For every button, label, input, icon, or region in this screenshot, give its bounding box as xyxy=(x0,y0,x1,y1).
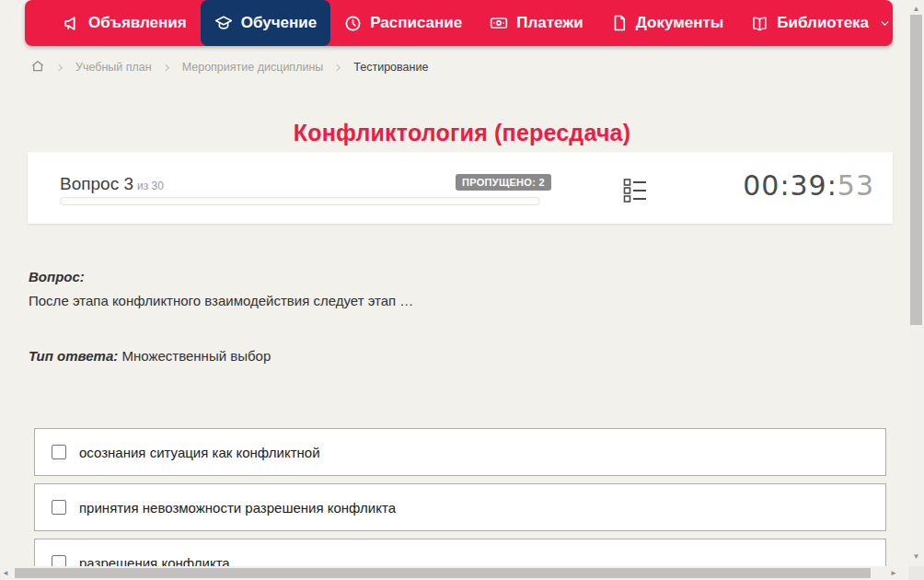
answer-option-label: принятия невозможности разрешения конфли… xyxy=(79,500,396,516)
question-number: Вопрос 3из 30 xyxy=(60,174,164,194)
nav-item-announcements[interactable]: Объявления xyxy=(49,0,201,46)
book-icon xyxy=(751,15,768,32)
top-navbar: Объявления Обучение Расписание Платежи Д… xyxy=(25,0,893,46)
page-title: Конфликтология (пересдача) xyxy=(0,120,924,146)
skipped-badge: ПРОПУЩЕНО: 2 xyxy=(456,174,551,191)
nav-item-documents[interactable]: Документы xyxy=(597,0,738,46)
nav-item-schedule[interactable]: Расписание xyxy=(330,0,476,46)
question-heading: Вопрос: xyxy=(29,269,85,284)
nav-item-payments[interactable]: Платежи xyxy=(476,0,597,46)
breadcrumb: Учебный план Мероприятие дисциплины Тест… xyxy=(30,57,428,77)
scroll-left-arrow-icon[interactable]: ◄ xyxy=(0,566,11,580)
cash-icon xyxy=(490,14,508,32)
scroll-up-arrow-icon[interactable]: ▲ xyxy=(908,2,924,15)
question-progress-bar xyxy=(60,197,540,205)
chevron-down-icon xyxy=(879,17,891,29)
megaphone-icon xyxy=(63,15,80,32)
nav-item-library[interactable]: Библиотека xyxy=(737,0,905,46)
chevron-right-icon xyxy=(55,63,65,73)
nav-item-label: Библиотека xyxy=(777,14,869,32)
breadcrumb-item-testing: Тестирование xyxy=(353,61,428,74)
horizontal-scrollbar[interactable]: ◄ ► xyxy=(0,566,908,580)
checkbox[interactable] xyxy=(52,500,66,515)
timer-seconds: 53 xyxy=(837,169,874,202)
answer-option-label: осознания ситуация как конфликтной xyxy=(79,445,320,460)
breadcrumb-item-curriculum[interactable]: Учебный план xyxy=(75,61,152,74)
nav-item-label: Объявления xyxy=(88,14,187,32)
scrollbar-corner xyxy=(908,566,924,580)
home-icon[interactable] xyxy=(30,59,45,76)
question-list-icon[interactable] xyxy=(621,176,649,208)
chevron-right-icon xyxy=(162,63,172,73)
question-header-card: Вопрос 3из 30 ПРОПУЩЕНО: 2 00:39:53 xyxy=(28,152,893,224)
answer-type-value: Множественный выбор xyxy=(121,348,271,364)
document-icon xyxy=(611,15,628,31)
nav-item-label: Документы xyxy=(636,14,724,32)
scroll-right-arrow-icon[interactable]: ► xyxy=(888,566,899,580)
checkbox[interactable] xyxy=(52,445,66,459)
question-number-label: Вопрос 3 xyxy=(60,174,133,193)
answer-option[interactable]: принятия невозможности разрешения конфли… xyxy=(34,483,886,531)
vertical-scrollbar-thumb[interactable] xyxy=(910,15,922,325)
horizontal-scrollbar-thumb[interactable] xyxy=(15,568,871,578)
nav-item-label: Расписание xyxy=(370,14,462,32)
clock-icon xyxy=(344,15,362,32)
breadcrumb-item-discipline-event[interactable]: Мероприятие дисциплины xyxy=(182,61,324,74)
chevron-right-icon xyxy=(333,63,343,73)
question-text: После этапа конфликтного взаимодействия … xyxy=(29,293,413,308)
answer-type-label: Тип ответа: xyxy=(29,348,118,364)
answer-options: осознания ситуация как конфликтной приня… xyxy=(34,428,886,580)
graduation-cap-icon xyxy=(214,14,233,32)
answer-type: Тип ответа: Множественный выбор xyxy=(29,348,271,364)
nav-item-label: Платежи xyxy=(516,14,583,32)
timer: 00:39:53 xyxy=(743,169,874,202)
timer-minutes: 00:39: xyxy=(743,169,837,202)
vertical-scrollbar[interactable]: ▲ ▼ xyxy=(908,0,924,564)
scroll-down-arrow-icon[interactable]: ▼ xyxy=(908,550,924,563)
nav-item-label: Обучение xyxy=(241,14,317,32)
nav-item-learning[interactable]: Обучение xyxy=(201,0,330,46)
question-total: из 30 xyxy=(137,180,164,192)
answer-option[interactable]: осознания ситуация как конфликтной xyxy=(34,428,886,476)
